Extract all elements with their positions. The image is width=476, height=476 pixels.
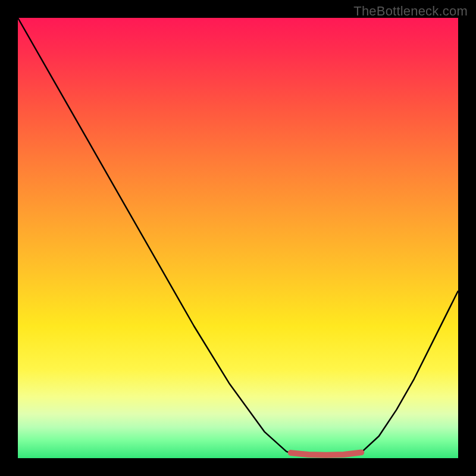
chart-svg <box>18 18 458 458</box>
left-curve-line <box>18 18 295 455</box>
valley-flat-line <box>291 452 361 455</box>
right-curve-line <box>361 291 458 453</box>
chart-frame: TheBottleneck.com <box>0 0 476 476</box>
watermark-text: TheBottleneck.com <box>353 4 468 19</box>
plot-area <box>18 18 458 458</box>
